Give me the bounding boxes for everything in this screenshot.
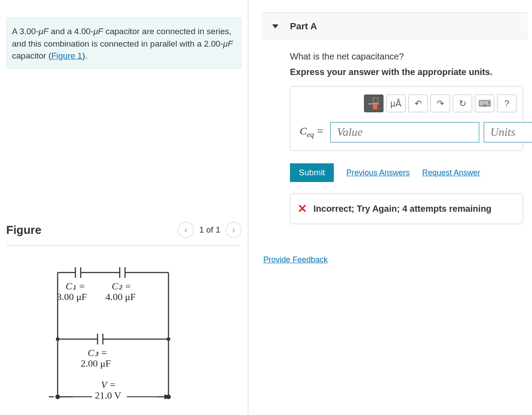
feedback-text: Incorrect; Try Again; 4 attempts remaini…: [313, 204, 492, 214]
problem-statement: A 3.00-μF and a 4.00-μF capacitor are co…: [6, 18, 242, 69]
reset-icon: ↻: [459, 98, 466, 109]
problem-text: A 3.00-: [12, 27, 39, 36]
template-fraction-button[interactable]: [364, 95, 383, 112]
provide-feedback-link[interactable]: Provide Feedback: [263, 255, 328, 264]
problem-text: and a 4.00-: [48, 27, 93, 36]
svg-point-19: [56, 395, 59, 399]
svg-text:21.0 V: 21.0 V: [95, 390, 121, 401]
value-input[interactable]: [330, 122, 479, 142]
question-text: What is the net capacitance?: [290, 51, 523, 62]
units-input[interactable]: [484, 122, 532, 142]
svg-text:V =: V =: [101, 379, 116, 390]
circuit-figure: C₁ = C₂ = C₃ = V = 3.00 μF 4.00 μF 2.00 …: [49, 255, 191, 412]
units-picker-button[interactable]: μÅ: [386, 95, 406, 112]
part-title: Part A: [290, 21, 317, 32]
svg-text:C₂ =: C₂ =: [112, 281, 131, 292]
figure-next-button[interactable]: ›: [226, 222, 242, 238]
svg-text:C₁ =: C₁ =: [66, 281, 85, 292]
incorrect-icon: ✕: [297, 202, 307, 216]
unit-mu-f-1: μF: [39, 27, 48, 36]
previous-answers-link[interactable]: Previous Answers: [346, 168, 410, 178]
chevron-down-icon: [272, 24, 278, 28]
keyboard-button[interactable]: ⌨: [475, 95, 494, 112]
figure-heading: Figure: [6, 223, 41, 237]
figure-link[interactable]: Figure 1: [51, 51, 82, 60]
redo-icon: ↷: [437, 98, 444, 109]
variable-label: Ceq =: [298, 125, 325, 139]
svg-text:2.00 μF: 2.00 μF: [81, 358, 111, 369]
request-answer-link[interactable]: Request Answer: [422, 168, 480, 178]
undo-button[interactable]: ↶: [408, 95, 428, 112]
chevron-right-icon: ›: [232, 225, 235, 235]
unit-mu-f-3: μF: [223, 39, 233, 48]
reset-button[interactable]: ↻: [453, 95, 472, 112]
svg-text:C₃ =: C₃ =: [88, 347, 107, 358]
undo-icon: ↶: [415, 98, 422, 109]
svg-point-17: [56, 337, 59, 341]
answer-panel: μÅ ↶ ↷ ↻ ⌨ ?: [290, 86, 523, 151]
part-a-header[interactable]: Part A: [262, 12, 528, 40]
keyboard-icon: ⌨: [478, 98, 491, 109]
instruction-text: Express your answer with the appropriate…: [290, 67, 523, 77]
svg-point-18: [167, 337, 170, 341]
figure-page-indicator: 1 of 1: [199, 225, 220, 235]
problem-text: capacitor (: [12, 51, 51, 60]
svg-text:3.00 μF: 3.00 μF: [57, 291, 87, 302]
help-icon: ?: [504, 99, 509, 109]
figure-pager: ‹ 1 of 1 ›: [178, 222, 242, 238]
problem-text: ).: [82, 51, 87, 60]
figure-prev-button[interactable]: ‹: [178, 222, 194, 238]
help-button[interactable]: ?: [497, 95, 516, 112]
answer-toolbar: μÅ ↶ ↷ ↻ ⌨ ?: [297, 95, 516, 112]
submit-button[interactable]: Submit: [290, 163, 334, 182]
feedback-box: ✕ Incorrect; Try Again; 4 attempts remai…: [290, 194, 523, 224]
units-icon: μÅ: [391, 99, 402, 109]
chevron-left-icon: ‹: [184, 225, 187, 235]
unit-mu-f-2: μF: [94, 27, 103, 36]
fraction-icon: [368, 98, 379, 109]
svg-text:4.00 μF: 4.00 μF: [106, 291, 136, 302]
redo-button[interactable]: ↷: [430, 95, 450, 112]
